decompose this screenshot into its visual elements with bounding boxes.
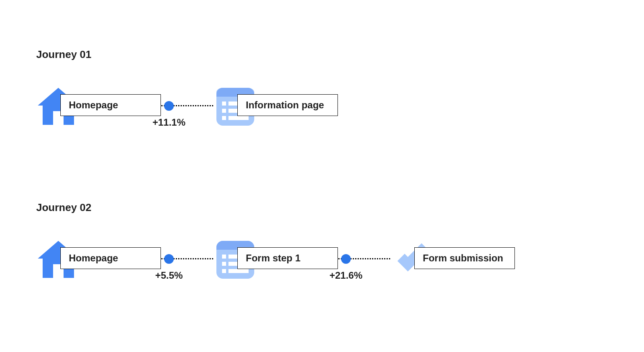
step-label: Homepage (60, 247, 161, 269)
connector-dot-icon (164, 101, 174, 111)
svg-rect-9 (222, 255, 226, 259)
journey-step: Homepage (36, 85, 161, 129)
connector-dot-icon (341, 254, 351, 264)
step-label: Form step 1 (237, 247, 338, 269)
step-label: Form submission (414, 247, 515, 269)
svg-rect-11 (222, 262, 226, 266)
svg-rect-7 (228, 116, 249, 120)
connector-value: +5.5% (155, 270, 183, 281)
journey-step: Information page (213, 85, 338, 129)
connector-dot-icon (164, 254, 174, 264)
journey-step: Form submission (390, 238, 515, 282)
journey-title: Journey 02 (36, 201, 91, 214)
svg-rect-4 (222, 109, 226, 113)
diagram-canvas: Journey 01 Homepage +11.1% (0, 0, 644, 352)
connector-value: +11.1% (152, 117, 185, 128)
svg-rect-6 (222, 116, 226, 120)
connector-value: +21.6% (329, 270, 362, 281)
step-label: Homepage (60, 94, 161, 116)
svg-rect-14 (228, 269, 249, 273)
svg-rect-13 (222, 269, 226, 273)
journey-step: Form step 1 (213, 238, 338, 282)
journey-step: Homepage (36, 238, 161, 282)
svg-rect-2 (222, 101, 226, 106)
step-label: Information page (237, 94, 338, 116)
journey-title: Journey 01 (36, 48, 91, 61)
